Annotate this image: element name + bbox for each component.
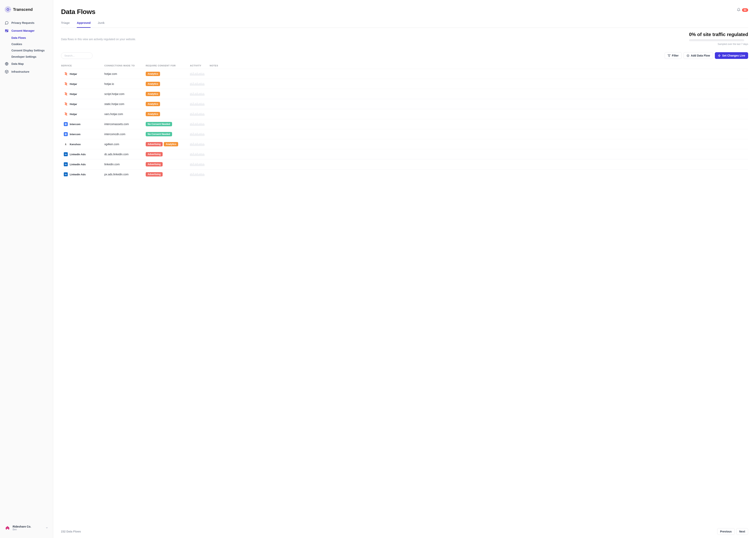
connection-host: intercomassets.com bbox=[104, 123, 146, 126]
table-row[interactable]: Intercomintercomassets.comNo Consent Nee… bbox=[61, 119, 748, 129]
sidebar-sub-consent-display[interactable]: Consent Display Settings bbox=[11, 47, 53, 54]
svg-point-5 bbox=[6, 30, 6, 30]
table-row[interactable]: Intercomintercomcdn.comNo Consent Needed bbox=[61, 129, 748, 139]
page-title: Data Flows bbox=[61, 8, 95, 16]
svg-point-1 bbox=[6, 7, 10, 12]
tab-approved[interactable]: Approved bbox=[77, 21, 91, 28]
consent-tag[interactable]: Analytics bbox=[146, 112, 160, 116]
service-name: Hotjar bbox=[70, 103, 77, 106]
sidebar-item-data-map[interactable]: Data Map bbox=[0, 60, 53, 68]
plus-circle-icon bbox=[686, 54, 689, 57]
activity-sparkline bbox=[190, 152, 210, 156]
consent-tag[interactable]: No Consent Needed bbox=[146, 122, 172, 126]
table-row[interactable]: Hotjarstatic.hotjar.comAnalytics bbox=[61, 99, 748, 109]
table-footer: 232 Data Flows Previous Next bbox=[61, 524, 748, 535]
stat-subtitle: Sampled over the last 7 days bbox=[689, 43, 748, 45]
add-data-flow-button[interactable]: Add Data Flow bbox=[684, 52, 713, 59]
consent-tags: Advertising bbox=[146, 152, 190, 156]
consent-tag[interactable]: Advertising bbox=[146, 142, 163, 146]
data-flow-table: SERVICE CONNECTIONS MADE TO REQUIRE CONS… bbox=[61, 63, 748, 179]
service-name: LinkedIn Ads bbox=[70, 153, 86, 156]
consent-tag[interactable]: Analytics bbox=[164, 142, 178, 146]
tab-junk[interactable]: Junk bbox=[98, 21, 105, 27]
activity-cell bbox=[190, 163, 210, 166]
pagination: Previous Next bbox=[717, 528, 748, 535]
service-logo-icon bbox=[64, 82, 68, 86]
activity-sparkline bbox=[190, 122, 210, 126]
service-logo-icon bbox=[64, 122, 68, 126]
sidebar-item-consent-manager[interactable]: Consent Manager bbox=[0, 27, 53, 35]
activity-cell bbox=[190, 173, 210, 176]
activity-cell bbox=[190, 142, 210, 146]
tab-bar: Triage Approved Junk bbox=[61, 21, 748, 28]
consent-tag[interactable]: No Consent Needed bbox=[146, 132, 172, 136]
toggle-icon bbox=[5, 29, 9, 33]
service-logo-icon: in bbox=[64, 152, 68, 156]
filter-icon bbox=[668, 54, 671, 57]
table-row[interactable]: inLinkedIn Adspx.ads.linkedin.comAdverti… bbox=[61, 169, 748, 179]
tab-triage[interactable]: Triage bbox=[61, 21, 70, 27]
traffic-stat: 0% of site traffic regulated Sampled ove… bbox=[689, 32, 748, 45]
service-name: LinkedIn Ads bbox=[70, 163, 86, 166]
brand-logo[interactable]: Transcend bbox=[0, 5, 53, 17]
consent-tag[interactable]: Advertising bbox=[146, 172, 163, 177]
row-count: 232 Data Flows bbox=[61, 530, 81, 533]
service-logo-icon bbox=[64, 102, 68, 106]
sidebar-sub-developer-settings[interactable]: Developer Settings bbox=[11, 54, 53, 60]
consent-tag[interactable]: Analytics bbox=[146, 72, 160, 76]
consent-tag[interactable]: Advertising bbox=[146, 162, 163, 166]
org-name: Rideshare Co. bbox=[13, 525, 43, 528]
col-notes: NOTES bbox=[210, 64, 748, 67]
table-row[interactable]: kKenshooxg4ken.comAdvertisingAnalytics bbox=[61, 139, 748, 149]
col-connections: CONNECTIONS MADE TO bbox=[104, 64, 146, 67]
svg-marker-15 bbox=[718, 54, 720, 57]
next-button[interactable]: Next bbox=[736, 528, 748, 535]
sidebar-item-infrastructure[interactable]: Infrastructure bbox=[0, 68, 53, 76]
bell-icon[interactable] bbox=[737, 8, 740, 12]
notification-badge[interactable]: 64 bbox=[742, 8, 748, 12]
prev-button[interactable]: Previous bbox=[717, 528, 735, 535]
table-row[interactable]: Hotjarvars.hotjar.comAnalytics bbox=[61, 109, 748, 119]
table-row[interactable]: Hotjarhotjar.ioAnalytics bbox=[61, 79, 748, 89]
search-input[interactable] bbox=[61, 52, 93, 59]
consent-tag[interactable]: Analytics bbox=[146, 102, 160, 106]
connection-host: dc.ads.linkedin.com bbox=[104, 153, 146, 156]
activity-cell bbox=[190, 82, 210, 86]
org-switcher[interactable]: Rideshare Co. Ben bbox=[0, 523, 53, 533]
service-logo-icon bbox=[64, 112, 68, 116]
activity-cell bbox=[190, 92, 210, 96]
consent-tag[interactable]: Analytics bbox=[146, 92, 160, 96]
svg-point-9 bbox=[8, 529, 9, 530]
service-name: Kenshoo bbox=[70, 143, 81, 146]
activity-sparkline bbox=[190, 102, 210, 106]
table-row[interactable]: Hotjarhotjar.comAnalytics bbox=[61, 69, 748, 79]
svg-point-0 bbox=[7, 9, 9, 11]
connection-host: static.hotjar.com bbox=[104, 102, 146, 106]
sidebar-item-label: Privacy Requests bbox=[11, 21, 34, 25]
sidebar-sub-data-flows[interactable]: Data Flows bbox=[11, 35, 53, 41]
consent-tag[interactable]: Analytics bbox=[146, 82, 160, 86]
sidebar-item-privacy-requests[interactable]: Privacy Requests bbox=[0, 19, 53, 27]
set-changes-live-button[interactable]: Set Changes Live bbox=[715, 52, 748, 59]
activity-sparkline bbox=[190, 92, 210, 96]
consent-tag[interactable]: Advertising bbox=[146, 152, 163, 156]
progress-bar bbox=[689, 39, 744, 41]
connection-host: script.hotjar.com bbox=[104, 92, 146, 95]
filter-button[interactable]: Filter bbox=[665, 52, 682, 59]
connection-host: intercomcdn.com bbox=[104, 133, 146, 136]
connection-host: hotjar.com bbox=[104, 72, 146, 76]
table-row[interactable]: inLinkedIn Adslinkedin.comAdvertising bbox=[61, 159, 748, 169]
sidebar-sub-cookies[interactable]: Cookies bbox=[11, 41, 53, 47]
svg-point-6 bbox=[7, 31, 8, 32]
stat-title: 0% of site traffic regulated bbox=[689, 32, 748, 37]
activity-sparkline bbox=[190, 142, 210, 146]
activity-sparkline bbox=[190, 82, 210, 86]
activity-cell bbox=[190, 133, 210, 136]
sidebar-nav: Privacy Requests Consent Manager Data Fl… bbox=[0, 17, 53, 523]
toolbar: Filter Add Data Flow Set Changes Live bbox=[61, 52, 748, 59]
table-row[interactable]: inLinkedIn Adsdc.ads.linkedin.comAdverti… bbox=[61, 149, 748, 159]
activity-sparkline bbox=[190, 112, 210, 116]
table-row[interactable]: Hotjarscript.hotjar.comAnalytics bbox=[61, 89, 748, 99]
service-logo-icon bbox=[64, 92, 68, 96]
org-user: Ben bbox=[13, 528, 43, 531]
